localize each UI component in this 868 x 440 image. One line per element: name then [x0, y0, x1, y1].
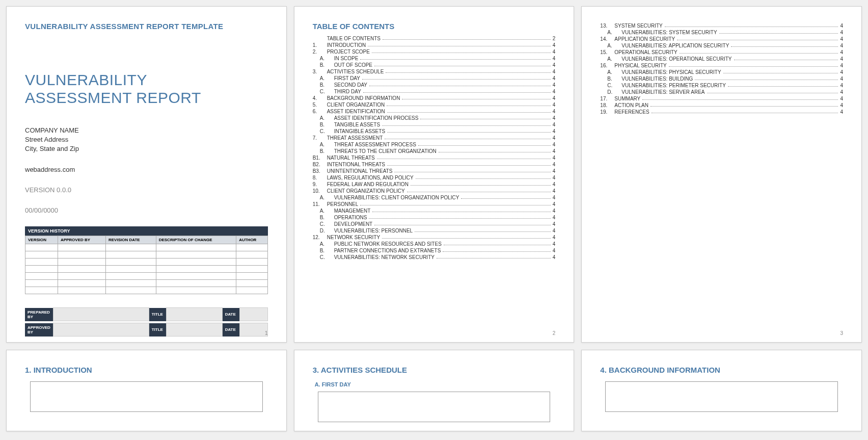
toc-leader [420, 115, 550, 119]
toc-leader [680, 49, 838, 54]
toc-entry: A.MANAGEMENT4 [313, 208, 556, 214]
section-activities-heading: 3. ACTIVITIES SCHEDULE [313, 366, 556, 374]
toc-page: 4 [840, 89, 843, 95]
toc-leader [728, 83, 838, 87]
company-name: COMPANY NAME [25, 126, 268, 135]
toc-leader [695, 76, 838, 80]
date-label: DATE [222, 308, 239, 321]
toc-entry: 12.NETWORK SECURITY4 [313, 235, 556, 240]
toc-label: SYSTEM SECURITY [614, 23, 662, 29]
toc-leader [669, 63, 838, 67]
toc-leader [372, 49, 551, 53]
toc-leader [385, 135, 550, 139]
toc-number: A. [320, 142, 329, 147]
toc-entry: D.VULNERABILITIES: SERVER AREA4 [600, 89, 843, 95]
toc-leader [407, 188, 551, 192]
toc-page: 4 [553, 195, 556, 200]
vh-col: VERSION [25, 236, 58, 244]
toc-page: 4 [553, 95, 556, 101]
toc-page: 4 [553, 182, 556, 187]
toc-entry: B1.NATURAL THREATS4 [313, 155, 556, 161]
toc-entry: D.VULNERABILITIES: PERSONNEL4 [313, 228, 556, 234]
toc-page: 4 [840, 83, 843, 88]
toc-entry: B.VULNERABILITIES: BUILDING4 [600, 76, 843, 82]
toc-page: 4 [840, 109, 843, 115]
toc-number: 17. [600, 96, 609, 101]
toc-number: A. [607, 69, 616, 75]
date: 00/00/0000 [25, 206, 268, 215]
toc-label: CLIENT ORGANIZATION POLICY [327, 188, 405, 194]
toc-entry: C.THIRD DAY4 [313, 89, 556, 94]
page-2-toc: TABLE OF CONTENTS TABLE OF CONTENTS21.IN… [294, 6, 575, 343]
vh-row [25, 266, 268, 273]
toc-entry: 3.ACTIVITIES SCHEDULE4 [313, 69, 556, 74]
prepared-by-label: PREPARED BY [25, 308, 53, 321]
toc-leader [402, 95, 550, 99]
toc-label: CLIENT ORGANIZATION [327, 102, 385, 108]
intro-content-box [30, 381, 263, 412]
toc-entry: 15.OPERATIONAL SECURITY4 [600, 49, 843, 55]
toc-page: 4 [553, 62, 556, 68]
toc-label: APPLICATION SECURITY [614, 36, 675, 42]
toc-label: PERSONNEL [327, 201, 359, 207]
toc-page: 4 [553, 228, 556, 234]
toc-number: B. [320, 148, 329, 154]
toc-number: A. [607, 43, 616, 48]
toc-leader [377, 155, 551, 159]
title-label-2: TITLE [149, 323, 166, 337]
toc-page: 4 [553, 42, 556, 48]
toc-entry: TABLE OF CONTENTS2 [313, 36, 556, 41]
toc-label: VULNERABILITIES: SYSTEM SECURITY [621, 30, 717, 35]
toc-entry: 18.ACTION PLAN4 [600, 102, 843, 108]
toc-number: 10. [313, 188, 322, 194]
toc-leader [461, 195, 550, 199]
toc-entry: B.PARTNER CONNECTIONS AND EXTRANETS4 [313, 248, 556, 253]
toc-leader [444, 241, 551, 245]
toc-page: 4 [840, 43, 843, 48]
toc-entry: 14.APPLICATION SECURITY4 [600, 36, 843, 42]
toc-number: C. [320, 89, 329, 94]
toc-number: 16. [600, 63, 609, 68]
toc-number: 12. [313, 235, 322, 240]
toc-leader [415, 228, 551, 232]
vh-row [25, 287, 268, 294]
toc-label: VULNERABILITIES: PERSONNEL [334, 228, 413, 234]
toc-leader [363, 89, 551, 93]
approved-by-row: APPROVED BY TITLE DATE [25, 323, 268, 337]
toc-leader [383, 36, 551, 40]
toc-entry: B.TANGIBLE ASSETS4 [313, 122, 556, 127]
toc-label: FEDERAL LAW AND REGULATION [327, 182, 409, 187]
toc-title: TABLE OF CONTENTS [313, 22, 556, 31]
toc-entry: A.IN SCOPE4 [313, 56, 556, 61]
toc-number: 5. [313, 102, 322, 108]
toc-number: A. [320, 195, 329, 200]
toc-entry: A.FIRST DAY4 [313, 75, 556, 81]
toc-page: 4 [840, 23, 843, 29]
vh-col: REVISION DATE [105, 236, 156, 244]
toc-label: BACKGROUND INFORMATION [327, 95, 400, 101]
toc-list-page2: TABLE OF CONTENTS21.INTRODUCTION42.PROJE… [313, 36, 556, 260]
approved-by-value [53, 323, 149, 337]
vh-col: AUTHOR [236, 236, 267, 244]
toc-page: 4 [553, 168, 556, 174]
toc-leader [368, 42, 550, 46]
section-introduction-heading: 1. INTRODUCTION [25, 366, 268, 374]
toc-label: VULNERABILITIES: NETWORK SECURITY [334, 254, 435, 260]
title-value [166, 308, 222, 321]
toc-page: 4 [553, 135, 556, 141]
toc-entry: 1.INTRODUCTION4 [313, 42, 556, 48]
toc-label: LAWS, REGULATIONS, AND POLICY [327, 175, 414, 180]
toc-entry: C.VULNERABILITIES: PERIMETER SECURITY4 [600, 83, 843, 88]
toc-leader [731, 43, 838, 47]
toc-number: A. [320, 208, 329, 214]
toc-label: PROJECT SCOPE [327, 49, 370, 55]
prepared-by-value [53, 308, 149, 321]
toc-entry: 16.PHYSICAL SECURITY4 [600, 63, 843, 68]
toc-number: 3. [313, 69, 322, 74]
toc-number: D. [607, 89, 616, 95]
toc-number: 2. [313, 49, 322, 55]
company-block: COMPANY NAME Street Address City, State … [25, 126, 268, 154]
toc-number: 6. [313, 109, 322, 114]
date-value [239, 308, 267, 321]
toc-entry: B.THREATS TO THE CLIENT ORGANIZATION4 [313, 148, 556, 154]
